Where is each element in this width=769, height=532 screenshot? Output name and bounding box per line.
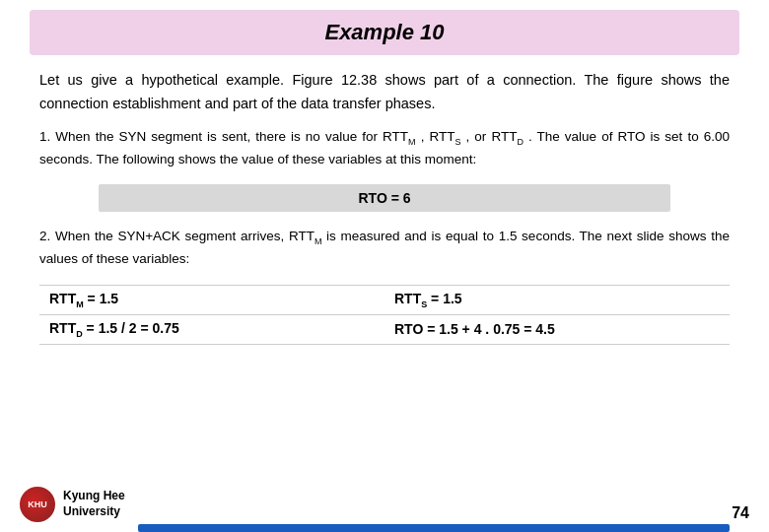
slide-container: Example 10 Let us give a hypothetical ex…	[0, 0, 769, 532]
table-row: RTTD = 1.5 / 2 = 0.75 RTO = 1.5 + 4 . 0.…	[39, 314, 730, 344]
variables-table: RTTM = 1.5 RTTS = 1.5 RTTD = 1.5 / 2 = 0…	[39, 285, 730, 345]
var-left-1: RTTM = 1.5	[39, 286, 384, 315]
var-right-2: RTO = 1.5 + 4 . 0.75 = 4.5	[384, 314, 730, 344]
title-bar: Example 10	[30, 10, 739, 55]
page-number: 74	[732, 504, 749, 522]
step2-paragraph: 2. When the SYN+ACK segment arrives, RTT…	[39, 226, 730, 270]
footer-blue-bar	[138, 524, 730, 532]
table-row: RTTM = 1.5 RTTS = 1.5	[39, 286, 730, 315]
step2-text1: 2. When the SYN+ACK segment arrives, RTT	[39, 229, 315, 243]
var-left-2: RTTD = 1.5 / 2 = 0.75	[39, 314, 384, 344]
footer: KHU Kyung Hee University 74	[0, 481, 769, 532]
content-area: Let us give a hypothetical example. Figu…	[0, 55, 769, 532]
footer-logo: KHU Kyung Hee University	[20, 487, 125, 522]
step1-text2: , RTT	[416, 129, 455, 144]
university-logo: KHU	[20, 487, 55, 522]
school-name: Kyung Hee University	[63, 489, 125, 519]
intro-paragraph: Let us give a hypothetical example. Figu…	[39, 69, 730, 116]
rto-highlight-box: RTO = 6	[99, 184, 670, 212]
step1-text1: 1. When the SYN segment is sent, there i…	[39, 129, 408, 144]
step1-paragraph: 1. When the SYN segment is sent, there i…	[39, 126, 730, 170]
var-right-1: RTTS = 1.5	[384, 286, 730, 315]
slide-title: Example 10	[324, 20, 444, 44]
step1-text3: , or RTT	[460, 129, 517, 144]
step1-sub-m: M	[408, 129, 416, 144]
